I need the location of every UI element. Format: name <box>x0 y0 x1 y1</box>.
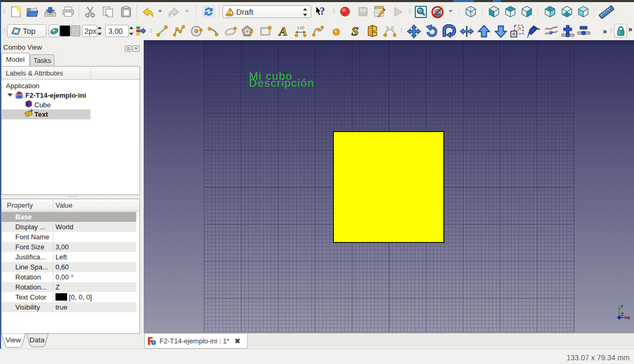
svg-text:Data: Data <box>30 336 45 344</box>
svg-text:Z: Z <box>621 312 624 317</box>
svg-text:X: X <box>627 315 630 321</box>
svg-text:View: View <box>5 336 21 344</box>
svg-text:A: A <box>278 25 287 38</box>
svg-text:1.00: 1.00 <box>297 26 304 30</box>
svg-text:S: S <box>351 24 358 38</box>
svg-text:Y: Y <box>620 304 623 309</box>
